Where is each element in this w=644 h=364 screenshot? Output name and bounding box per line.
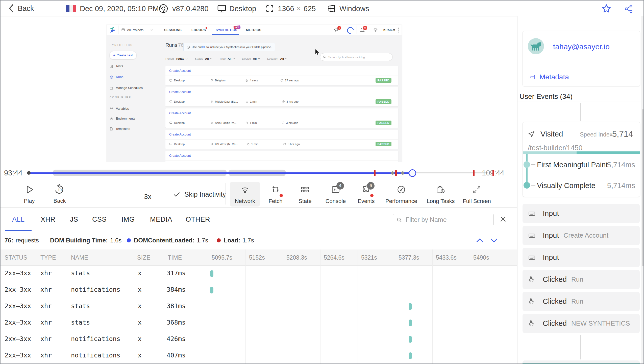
net-tab-other[interactable]: OTHER — [186, 216, 210, 223]
event-item-input[interactable]: Input — [523, 248, 640, 267]
run-row[interactable]: Create Account Desktop Asia Pacific (M..… — [165, 108, 398, 128]
network-panel-button[interactable]: Network — [230, 182, 260, 207]
net-tab-css[interactable]: CSS — [92, 216, 107, 223]
filter-value[interactable]: All — [205, 57, 209, 60]
net-tab-js[interactable]: JS — [70, 216, 78, 223]
speed-toggle[interactable]: 3x — [144, 193, 152, 201]
run-name[interactable]: Create Account — [169, 90, 191, 94]
timeline[interactable]: 93:44 109:44 — [1, 162, 517, 180]
run-when: 3 hrs ago — [286, 121, 298, 124]
user-email-link[interactable]: tahay@asayer.io — [553, 42, 610, 51]
timeline-event-dot[interactable] — [391, 171, 394, 175]
net-tab-img[interactable]: IMG — [121, 216, 135, 223]
create-test-button[interactable]: + Create Test — [110, 51, 136, 59]
play-button[interactable]: Play — [18, 183, 41, 206]
timeline-track-progress[interactable] — [29, 172, 412, 174]
timeline-track-remaining[interactable] — [412, 172, 488, 173]
favorite-star-icon[interactable] — [601, 3, 612, 14]
net-tab-xhr[interactable]: XHR — [41, 216, 56, 223]
run-row[interactable]: Create Account Desktop Middle East (Ba..… — [165, 87, 398, 106]
project-selector[interactable]: All Projects — [121, 25, 153, 35]
calendar-icon — [110, 86, 113, 90]
request-waterfall-bar[interactable] — [210, 270, 213, 277]
tab-errors[interactable]: ERRORS — [191, 28, 206, 32]
network-row[interactable]: 2xx–3xx xhr notifications x 407ms — [1, 348, 517, 364]
sidebar-scrollbar-thumb[interactable] — [642, 109, 644, 266]
share-icon[interactable] — [624, 4, 633, 14]
metadata-button[interactable]: Metadata — [528, 72, 569, 83]
sidebar-item-tests[interactable]: Tests — [110, 63, 123, 69]
jump-up-chevron-icon[interactable] — [475, 237, 484, 244]
sidebar-item-schedules[interactable]: Manage Schedules — [110, 85, 143, 91]
run-row[interactable]: Create Account Desktop Belgium 4 secs 27… — [165, 66, 398, 85]
network-row[interactable]: 2xx–3xx xhr stats x 317ms — [1, 265, 517, 282]
performance-panel-button[interactable]: Performance — [386, 182, 416, 207]
net-tab-media[interactable]: MEDIA — [150, 216, 172, 223]
run-row-divider — [165, 118, 398, 118]
sidebar-item-runs[interactable]: Runs — [110, 74, 123, 80]
run-name[interactable]: Create Account — [169, 111, 191, 115]
timeline-error-marker[interactable] — [473, 170, 475, 176]
settings-gear-icon[interactable] — [373, 27, 378, 33]
event-item-input[interactable]: Input — [523, 204, 640, 223]
run-name[interactable]: Create Account — [169, 69, 191, 73]
sidebar-item-environments[interactable]: Environments — [110, 116, 135, 121]
network-row[interactable]: 2xx–3xx xhr notifications x 426ms — [1, 331, 517, 348]
net-tab-all[interactable]: ALL — [12, 216, 25, 223]
sitemap-icon — [110, 117, 113, 121]
filter-value[interactable]: All — [228, 57, 232, 60]
request-waterfall-bar[interactable] — [409, 320, 412, 326]
event-item-clicked[interactable]: Clicked NEW SYNTHETICS — [523, 314, 640, 333]
timeline-error-marker[interactable] — [374, 170, 376, 176]
full-screen-button[interactable]: Full Screen — [462, 182, 492, 207]
filter-value[interactable]: All — [253, 57, 257, 60]
events-panel-button[interactable]: Events — [351, 182, 381, 207]
sidebar-item-variables[interactable]: Variables — [110, 106, 129, 111]
state-panel-button[interactable]: State — [290, 182, 320, 207]
fetch-panel-button[interactable]: Fetch — [261, 182, 290, 207]
filter-value[interactable]: Today — [176, 57, 184, 60]
timeline-error-marker[interactable] — [395, 170, 397, 176]
sidebar-heading-synthetics: SYNTHETICS — [110, 43, 133, 47]
back-button[interactable]: Back — [8, 1, 34, 16]
run-name[interactable]: Create Account — [169, 133, 191, 136]
sidebar-item-templates[interactable]: Templates — [110, 126, 130, 132]
run-row[interactable]: Create Account Desktop US West (N. Cal..… — [165, 130, 398, 149]
network-row[interactable]: 2xx–3xx xhr notifications x 384ms — [1, 282, 517, 298]
monitor-icon — [169, 100, 172, 103]
network-filter-input[interactable] — [393, 214, 494, 225]
tab-sessions[interactable]: SESSIONS — [164, 28, 182, 32]
filter-value[interactable]: All — [280, 57, 284, 60]
timeline-error-marker[interactable] — [492, 170, 494, 176]
event-item-input[interactable]: Input Create Account — [523, 226, 640, 245]
sidebar-scrollbar-track[interactable] — [641, 16, 644, 364]
jump-down-chevron-icon[interactable] — [489, 237, 499, 244]
req-name: stats — [71, 269, 90, 277]
req-name: stats — [71, 319, 90, 326]
close-panel-icon[interactable] — [499, 215, 507, 223]
request-waterfall-bar[interactable] — [409, 303, 412, 310]
request-waterfall-bar[interactable] — [409, 336, 412, 343]
tab-metrics[interactable]: METRICS — [246, 28, 261, 32]
timeline-event-dot[interactable] — [401, 171, 404, 175]
event-item-clicked[interactable]: Clicked Run — [523, 292, 640, 311]
long-tasks-panel-button[interactable]: Long Tasks — [426, 182, 456, 207]
resolution-width: 1366 — [278, 5, 294, 13]
request-waterfall-bar[interactable] — [210, 287, 213, 293]
visited-event-card[interactable]: Visited Speed Index 5,714 /test-builder/… — [523, 122, 640, 197]
app-search-input[interactable] — [320, 53, 393, 61]
back-10s-button[interactable]: 10 Back — [48, 183, 71, 206]
network-row[interactable]: 2xx–3xx xhr stats x 368ms — [1, 315, 517, 331]
kebab-menu-icon[interactable] — [398, 27, 400, 33]
timeline-playhead[interactable] — [409, 169, 416, 177]
request-waterfall-bar[interactable] — [409, 352, 412, 359]
run-row[interactable]: Create Account Desktop Canada (Central) … — [165, 151, 398, 162]
network-row[interactable]: 2xx–3xx xhr stats x 381ms — [1, 298, 517, 315]
banner-cli-link[interactable]: CLI — [202, 46, 206, 49]
user-menu[interactable]: KRAIEM — [383, 28, 395, 31]
console-panel-button[interactable]: Console — [321, 182, 351, 207]
skip-inactivity-toggle[interactable]: Skip Inactivity — [173, 191, 226, 198]
event-item-clicked[interactable]: Clicked Run — [523, 270, 640, 289]
run-name[interactable]: Create Account — [169, 154, 191, 157]
user-events-title: User Events (34) — [519, 93, 573, 101]
